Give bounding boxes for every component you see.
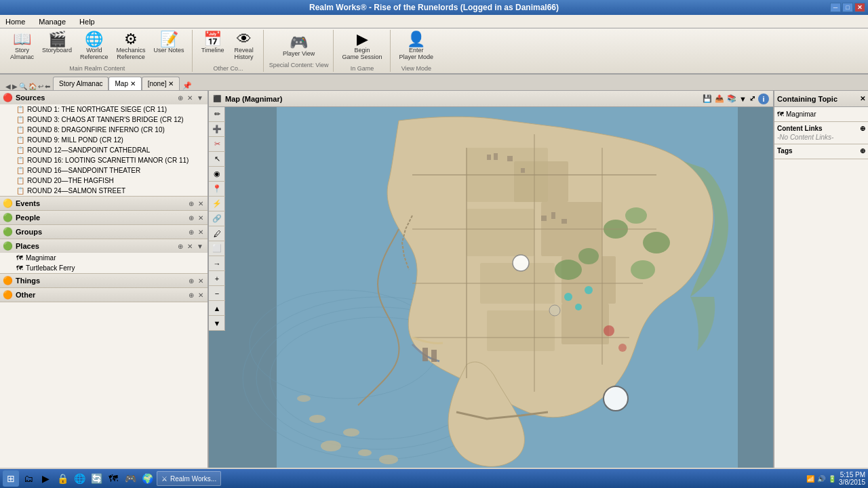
list-item[interactable]: 📋 ROUND 24—SALMON STREET [0, 186, 208, 196]
maximize-button[interactable]: □ [842, 3, 853, 12]
list-item[interactable]: 📋 ROUND 16—SANDPOINT THEATER [0, 165, 208, 176]
story-almanac-button[interactable]: 📖 StoryAlmanac [7, 30, 37, 62]
section-events-header[interactable]: 🟡 Events ⊕ ✕ [0, 197, 208, 210]
tab-map[interactable]: Map ✕ [108, 77, 141, 90]
tags-add-btn[interactable]: ⊕ [860, 147, 865, 155]
tab-bar-forward-icon[interactable]: ▶ [12, 83, 18, 90]
tab-bar-home-icon[interactable]: 🏠 [28, 83, 37, 90]
tab-story-almanac[interactable]: Story Almanac [53, 77, 108, 90]
taskbar-battery-icon[interactable]: 🔋 [828, 475, 836, 483]
events-collapse-btn[interactable]: ✕ [197, 200, 205, 207]
taskbar-speaker-icon[interactable]: 🔊 [817, 475, 825, 483]
list-item-magnimar[interactable]: 🗺 Magnimar [0, 253, 208, 263]
map-export-icon[interactable]: 📤 [715, 94, 724, 103]
list-item[interactable]: 📋 ROUND 9: MILL POND (CR 12) [0, 135, 208, 145]
list-item[interactable]: 📋 ROUND 8: DRAGONFIRE INFERNO (CR 10) [0, 125, 208, 135]
list-item[interactable]: 📋 ROUND 3: CHAOS AT TANNER'S BRIDGE (CR … [0, 115, 208, 125]
map-canvas[interactable] [225, 107, 773, 468]
people-add-btn[interactable]: ⊕ [187, 214, 195, 222]
things-collapse-btn[interactable]: ✕ [197, 277, 205, 285]
section-other-header[interactable]: 🟠 Other ⊕ ✕ [0, 288, 208, 302]
content-links-add-btn[interactable]: ⊕ [860, 125, 865, 132]
taskbar-icon-explorer[interactable]: 🗂 [21, 471, 36, 486]
right-panel-topic-item[interactable]: 🗺 Magnimar [777, 110, 865, 119]
sources-add-btn[interactable]: ⊕ [176, 94, 184, 102]
things-add-btn[interactable]: ⊕ [187, 277, 195, 285]
groups-collapse-btn[interactable]: ✕ [197, 228, 205, 236]
places-expand-btn[interactable]: ▼ [195, 243, 205, 250]
section-sources-header[interactable]: 🔴 Sources ⊕ ✕ ▼ [0, 91, 208, 104]
list-item-turtleback[interactable]: 🗺 Turtleback Ferry [0, 263, 208, 273]
section-places-header[interactable]: 🟢 Places ⊕ ✕ ▼ [0, 239, 208, 253]
sources-expand-btn[interactable]: ▼ [195, 94, 205, 102]
minimize-button[interactable]: ─ [830, 3, 841, 12]
mechanics-reference-button[interactable]: ⚙ MechanicsReference [113, 30, 149, 62]
taskbar-clock[interactable]: 5:15 PM 3/8/2015 [839, 471, 865, 486]
map-tool-flash[interactable]: ⚡ [209, 197, 225, 211]
map-tool-link[interactable]: 🔗 [209, 211, 225, 226]
begin-game-session-button[interactable]: ▶ BeginGame Session [339, 30, 386, 62]
close-button[interactable]: ✕ [854, 3, 865, 12]
map-tool-zoom-out[interactable]: − [209, 286, 225, 301]
section-things-header[interactable]: 🟠 Things ⊕ ✕ [0, 274, 208, 287]
taskbar-icon-lock[interactable]: 🔒 [55, 471, 70, 486]
places-collapse-btn[interactable]: ✕ [186, 243, 194, 250]
map-tool-cut[interactable]: ✂ [209, 137, 225, 152]
tab-add-button[interactable]: 📌 [182, 81, 192, 90]
section-groups-header[interactable]: 🟢 Groups ⊕ ✕ [0, 225, 208, 239]
menu-manage[interactable]: Manage [36, 16, 68, 27]
list-item[interactable]: 📋 ROUND 16: LOOTING SCARNETTI MANOR (CR … [0, 155, 208, 165]
map-tool-add[interactable]: ➕ [209, 122, 225, 137]
map-tool-adjust[interactable]: ◉ [209, 167, 225, 182]
menu-home[interactable]: Home [3, 16, 28, 27]
map-tool-pin[interactable]: 📍 [209, 182, 225, 197]
menu-help[interactable]: Help [77, 16, 98, 27]
taskbar-icon-map[interactable]: 🗺 [106, 471, 121, 486]
map-tool-select[interactable]: ⬜ [209, 241, 225, 256]
taskbar-icon-media[interactable]: ▶ [38, 471, 53, 486]
map-layers-icon[interactable]: 📚 [727, 94, 736, 103]
events-add-btn[interactable]: ⊕ [187, 200, 195, 207]
tab-none[interactable]: [none] ✕ [142, 77, 180, 90]
map-filter-dropdown[interactable]: ▼ [739, 95, 747, 103]
section-people-header[interactable]: 🟢 People ⊕ ✕ [0, 211, 208, 224]
taskbar-icon-game[interactable]: 🎮 [123, 471, 138, 486]
taskbar-network-icon[interactable]: 📶 [806, 475, 814, 483]
people-collapse-btn[interactable]: ✕ [197, 214, 205, 222]
map-info-icon[interactable]: i [758, 94, 769, 104]
map-tool-scroll-down[interactable]: ▼ [209, 316, 225, 331]
right-panel-close-btn[interactable]: ✕ [860, 95, 865, 102]
places-add-btn[interactable]: ⊕ [176, 243, 184, 250]
map-tool-zoom-in[interactable]: + [209, 271, 225, 286]
list-item[interactable]: 📋 ROUND 20—THE HAGFISH [0, 176, 208, 186]
map-tool-cursor[interactable]: ↖ [209, 152, 225, 167]
taskbar-icon-ie[interactable]: 🌐 [72, 471, 87, 486]
tab-bar-back-icon[interactable]: ◀ [5, 83, 11, 90]
other-collapse-btn[interactable]: ✕ [197, 291, 205, 299]
map-tool-pencil[interactable]: ✏ [209, 107, 225, 122]
enter-player-mode-button[interactable]: 👤 EnterPlayer Mode [396, 30, 437, 62]
tab-bar-prev-icon[interactable]: ⬅ [45, 83, 50, 90]
map-expand-icon[interactable]: ⬛ [213, 95, 221, 102]
start-button[interactable]: ⊞ [3, 470, 19, 487]
timeline-button[interactable]: 📅 Timeline [198, 30, 228, 62]
taskbar-icon-globe[interactable]: 🌍 [140, 471, 155, 486]
storyboard-button[interactable]: 🎬 Storyboard [39, 30, 75, 62]
map-tool-draw[interactable]: 🖊 [209, 226, 225, 241]
player-view-button[interactable]: 🎮 Player View [279, 33, 318, 59]
map-tool-scroll-up[interactable]: ▲ [209, 301, 225, 316]
user-notes-button[interactable]: 📝 User Notes [151, 30, 188, 62]
tab-bar-reload-icon[interactable]: ↩ [38, 83, 43, 90]
taskbar-icon-sync[interactable]: 🔄 [89, 471, 104, 486]
map-save-icon[interactable]: 💾 [703, 94, 712, 103]
sources-collapse-btn[interactable]: ✕ [186, 94, 194, 102]
map-fullscreen-icon[interactable]: ⤢ [749, 94, 755, 103]
groups-add-btn[interactable]: ⊕ [187, 228, 195, 236]
tab-bar-search-icon[interactable]: 🔍 [19, 83, 27, 90]
reveal-history-button[interactable]: 👁 RevealHistory [229, 30, 259, 62]
world-reference-button[interactable]: 🌐 WorldReference [77, 30, 112, 62]
taskbar-realm-works[interactable]: ⚔ Realm Works... [157, 471, 221, 486]
other-add-btn[interactable]: ⊕ [187, 291, 195, 299]
list-item[interactable]: 📋 ROUND 12—SANDPOINT CATHEDRAL [0, 145, 208, 155]
map-tool-arrow[interactable]: → [209, 256, 225, 271]
